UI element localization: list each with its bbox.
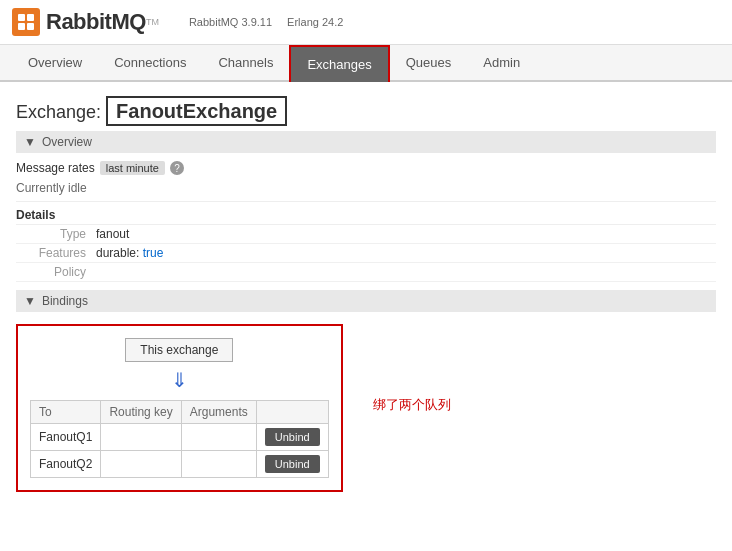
idle-text: Currently idle	[16, 179, 716, 202]
row1-to: FanoutQ1	[31, 424, 101, 451]
nav-queues[interactable]: Queues	[390, 45, 468, 82]
details-label: Details	[16, 202, 716, 225]
features-durable-value: true	[143, 246, 164, 260]
logo-text: RabbitMQ	[46, 9, 146, 35]
help-icon[interactable]: ?	[170, 161, 184, 175]
bindings-section: This exchange ⇓ To Routing key Arguments…	[16, 316, 716, 500]
nav-connections[interactable]: Connections	[98, 45, 202, 82]
logo: RabbitMQTM	[12, 8, 159, 36]
type-value: fanout	[96, 227, 129, 241]
content: Exchange: FanoutExchange ▼ Overview Mess…	[0, 82, 732, 510]
message-rates-label: Message rates	[16, 161, 95, 175]
version-info: RabbitMQ 3.9.11 Erlang 24.2	[189, 16, 355, 28]
header: RabbitMQTM RabbitMQ 3.9.11 Erlang 24.2	[0, 0, 732, 45]
row1-arguments	[181, 424, 256, 451]
row1-routing-key	[101, 424, 181, 451]
policy-row: Policy	[16, 263, 716, 282]
nav: Overview Connections Channels Exchanges …	[0, 45, 732, 82]
unbind-button-2[interactable]: Unbind	[265, 455, 320, 473]
col-arguments: Arguments	[181, 401, 256, 424]
overview-section-header[interactable]: ▼ Overview	[16, 131, 716, 153]
svg-rect-0	[18, 14, 25, 21]
title-prefix: Exchange:	[16, 102, 101, 122]
table-row: FanoutQ1 Unbind	[31, 424, 329, 451]
nav-exchanges[interactable]: Exchanges	[289, 45, 389, 82]
bindings-box: This exchange ⇓ To Routing key Arguments…	[16, 324, 343, 492]
svg-rect-3	[18, 23, 25, 30]
type-row: Type fanout	[16, 225, 716, 244]
rabbitmq-version: RabbitMQ 3.9.11	[189, 16, 272, 28]
page-title: Exchange: FanoutExchange	[16, 100, 716, 123]
logo-icon	[12, 8, 40, 36]
col-action	[256, 401, 328, 424]
features-value: durable: true	[96, 246, 163, 260]
svg-rect-1	[27, 14, 34, 21]
nav-admin[interactable]: Admin	[467, 45, 536, 82]
svg-rect-2	[27, 23, 34, 30]
table-header-row: To Routing key Arguments	[31, 401, 329, 424]
message-rates-row: Message rates last minute ?	[16, 157, 716, 179]
this-exchange-container: This exchange	[30, 338, 329, 362]
type-label: Type	[16, 227, 96, 241]
col-routing-key: Routing key	[101, 401, 181, 424]
bindings-section-header[interactable]: ▼ Bindings	[16, 290, 716, 312]
message-rates-badge: last minute	[100, 161, 165, 175]
row2-arguments	[181, 451, 256, 478]
nav-channels[interactable]: Channels	[202, 45, 289, 82]
bindings-table: To Routing key Arguments FanoutQ1 Unbind	[30, 400, 329, 478]
logo-tm: TM	[146, 17, 159, 27]
down-arrow: ⇓	[30, 368, 329, 392]
exchange-name: FanoutExchange	[106, 96, 287, 126]
row2-routing-key	[101, 451, 181, 478]
bindings-label: Bindings	[42, 294, 88, 308]
col-to: To	[31, 401, 101, 424]
overview-arrow: ▼	[24, 135, 36, 149]
table-row: FanoutQ2 Unbind	[31, 451, 329, 478]
erlang-version: Erlang 24.2	[287, 16, 343, 28]
unbind-button-1[interactable]: Unbind	[265, 428, 320, 446]
row2-action: Unbind	[256, 451, 328, 478]
row1-action: Unbind	[256, 424, 328, 451]
this-exchange-button[interactable]: This exchange	[125, 338, 233, 362]
features-durable: durable:	[96, 246, 139, 260]
nav-overview[interactable]: Overview	[12, 45, 98, 82]
features-label: Features	[16, 246, 96, 260]
row2-to: FanoutQ2	[31, 451, 101, 478]
side-note: 绑了两个队列	[373, 396, 451, 414]
features-row: Features durable: true	[16, 244, 716, 263]
bindings-arrow: ▼	[24, 294, 36, 308]
policy-label: Policy	[16, 265, 96, 279]
overview-label: Overview	[42, 135, 92, 149]
